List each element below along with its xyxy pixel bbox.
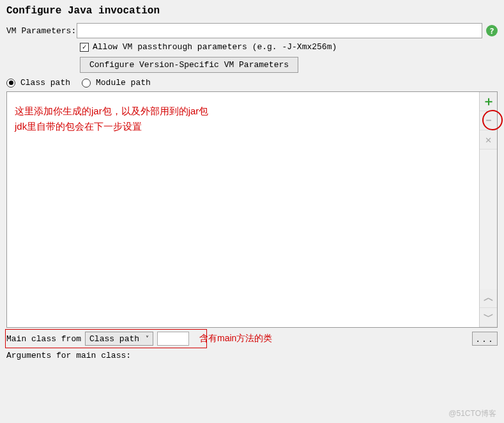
main-class-row: Main class from Class path ˅ 含有main方法的类 … xyxy=(6,332,498,346)
main-class-input[interactable] xyxy=(157,332,189,346)
configure-version-button[interactable]: Configure Version-Specific VM Parameters xyxy=(80,57,298,73)
help-icon[interactable]: ? xyxy=(486,25,498,36)
browse-button[interactable]: ... xyxy=(472,332,498,346)
main-class-label: Main class from xyxy=(6,334,81,344)
remove-icon: － xyxy=(480,111,497,130)
watermark: @51CTO博客 xyxy=(448,408,496,419)
class-path-radio[interactable] xyxy=(6,79,15,88)
annotation-list: 这里添加你生成的jar包，以及外部用到的jar包 jdk里自带的包会在下一步设置 xyxy=(15,104,208,134)
side-button-bar: ＋ － ✕ ︿ ﹀ xyxy=(479,92,497,327)
main-class-source-dropdown[interactable]: Class path ˅ xyxy=(85,332,153,346)
chevron-down-icon: ˅ xyxy=(146,335,149,342)
vm-parameters-label: VM Parameters: xyxy=(6,26,77,36)
annotation-line1: 这里添加你生成的jar包，以及外部用到的jar包 xyxy=(15,104,208,119)
annotation-main-class: 含有main方法的类 xyxy=(199,333,272,344)
module-path-radio[interactable] xyxy=(82,79,91,88)
delete-icon: ✕ xyxy=(480,130,497,150)
class-path-label: Class path xyxy=(20,78,70,88)
page-heading: Configure Java invocation xyxy=(6,5,498,17)
dropdown-value: Class path xyxy=(89,334,139,344)
allow-passthrough-checkbox[interactable]: ✓ xyxy=(80,43,89,52)
arguments-label: Arguments for main class: xyxy=(6,351,498,360)
classpath-list[interactable]: 这里添加你生成的jar包，以及外部用到的jar包 jdk里自带的包会在下一步设置 xyxy=(7,92,479,327)
path-mode-group: Class path Module path xyxy=(6,78,498,88)
allow-passthrough-row[interactable]: ✓ Allow VM passthrough parameters (e.g. … xyxy=(80,42,498,52)
classpath-list-area: 这里添加你生成的jar包，以及外部用到的jar包 jdk里自带的包会在下一步设置… xyxy=(6,91,498,328)
vm-parameters-input[interactable] xyxy=(77,23,482,38)
module-path-label: Module path xyxy=(96,78,151,88)
add-icon[interactable]: ＋ xyxy=(480,92,497,111)
allow-passthrough-label: Allow VM passthrough parameters (e.g. -J… xyxy=(93,42,337,52)
side-spacer xyxy=(480,150,497,289)
annotation-line2: jdk里自带的包会在下一步设置 xyxy=(15,119,208,134)
move-up-icon: ︿ xyxy=(480,289,497,308)
vm-parameters-row: VM Parameters: ? xyxy=(6,23,498,38)
move-down-icon: ﹀ xyxy=(480,308,497,327)
